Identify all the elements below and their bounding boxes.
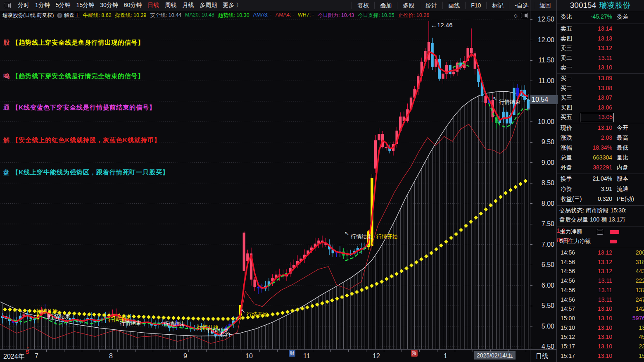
x-tick <box>330 350 331 352</box>
row-label: 卖五 <box>561 25 572 33</box>
panel-toggle-icon[interactable] <box>521 13 528 18</box>
x-tick <box>419 350 420 352</box>
period-tab[interactable]: 分时 <box>15 2 32 9</box>
row-value: 13.13 <box>581 35 612 42</box>
y-tick <box>530 19 532 20</box>
panel-separator <box>557 24 644 24</box>
period-tab[interactable]: 日线 <box>145 2 162 9</box>
strategy-note: 解 【安全线上的红色K线就持股，灰蓝色K线就持币】 <box>3 136 161 144</box>
chart-annotation: 行情结束 <box>119 320 141 326</box>
x-tick-label: 2024年 <box>3 352 25 361</box>
row-label: 涨幅 <box>561 144 572 152</box>
note-text: 【安全线上的红色K线就持股，灰蓝色K线就持币】 <box>12 136 161 143</box>
txn-price: 13.12 <box>581 249 612 256</box>
x-tick <box>135 350 135 352</box>
row-label-2: 最高 <box>617 134 628 142</box>
period-tab[interactable]: 30分钟 <box>97 2 121 9</box>
period-tab[interactable]: 15分钟 <box>74 2 97 9</box>
row-label-2: 委差 <box>617 13 628 21</box>
row-value: 2.03 <box>581 134 612 141</box>
ask-row: 卖三13.12 <box>557 44 644 53</box>
toolbar-action[interactable]: 复权 <box>352 2 374 9</box>
period-tab[interactable]: 多周期 <box>197 2 220 9</box>
txn-volume: 443 <box>619 268 644 274</box>
txn-time: 15:12 <box>561 333 575 340</box>
bid-row: 买五13.05 <box>557 113 644 122</box>
toolbar-action[interactable]: 统计 <box>420 2 442 9</box>
row-label: 买三 <box>561 94 572 102</box>
transaction-row: 15:1213.1045 <box>557 333 644 342</box>
indicator-value: 牛能线: 8.62 <box>83 12 112 19</box>
quote-row: 收益(三)0.320PE(动) <box>557 195 644 204</box>
row-label: 净资 <box>561 186 572 193</box>
quote-row: 涨跌2.03最高 <box>557 133 644 143</box>
operate-line <box>2 52 528 335</box>
split-window-icon[interactable] <box>4 3 11 8</box>
bid-row: 买四13.06 <box>557 103 644 113</box>
period-tab[interactable]: 1分钟 <box>32 2 53 9</box>
toolbar-action[interactable]: 画线 <box>442 2 465 9</box>
row-value: 382291 <box>581 164 612 171</box>
strategy-note: 通 【K线变蓝色下穿安全线是行情提前结束的信号】 <box>3 104 156 112</box>
flow-bar <box>610 230 619 234</box>
x-tick <box>348 350 349 352</box>
txn-volume: 13 <box>619 324 644 331</box>
txn-price: 13.12 <box>581 268 612 274</box>
y-tick-label: 6.50 <box>542 261 554 269</box>
row-value: 18.34% <box>581 144 612 151</box>
txn-price: 13.10 <box>581 315 612 322</box>
transaction-row: 15:1713.1015 <box>557 352 644 361</box>
txn-price: 13.11 <box>581 277 612 284</box>
row-label: 买四 <box>561 104 572 112</box>
y-tick-label: 11.50 <box>538 57 554 64</box>
toolbar-action[interactable]: F10 <box>465 2 486 9</box>
toolbar-action[interactable]: 多股 <box>397 2 420 9</box>
x-tick <box>82 350 82 352</box>
row-label: 委比 <box>561 13 572 21</box>
list-icon[interactable] <box>597 229 603 235</box>
transaction-row: 14:5613.11222 <box>557 276 644 286</box>
txn-time: 14:56 <box>561 249 575 256</box>
y-tick-label: 5.50 <box>542 302 554 310</box>
candlestick-chart[interactable]: ←12.46←4.71↖行情结束↖行情结束行情开始↖行情开始行情开始行情结束行情… <box>0 19 530 349</box>
period-tab[interactable]: 更多 〉 <box>220 2 245 9</box>
toolbar-action[interactable]: 标记 <box>486 2 509 9</box>
row-value: 663304 <box>581 154 612 161</box>
sell-signal-marker: ▲S <box>26 349 29 355</box>
period-tab[interactable]: 5分钟 <box>53 2 74 9</box>
period-tab[interactable]: 月线 <box>179 2 197 9</box>
quote-row: 涨幅18.34%最低 <box>557 143 644 153</box>
toolbar-action[interactable]: 返回 <box>534 2 556 9</box>
y-tick-label: 5.00 <box>542 323 554 330</box>
x-tick <box>224 350 224 352</box>
price-axis[interactable]: 12.5012.0011.5011.0010.5010.009.509.008.… <box>530 19 557 349</box>
row-label: 买一 <box>561 75 572 82</box>
x-tick <box>171 350 171 352</box>
circle-chevron-icon[interactable]: ∨ <box>57 13 62 18</box>
txn-volume: 247 <box>619 296 644 303</box>
row-label: 总量 <box>561 154 572 162</box>
surge-marker[interactable]: 涨 <box>411 350 418 357</box>
diamond-icon[interactable]: ◇ <box>513 12 518 19</box>
toolbar-action[interactable]: 叠加 <box>374 2 397 9</box>
transaction-row: 15:1013.1013 <box>557 324 644 333</box>
row-value: -45.27% <box>581 13 612 20</box>
transaction-row: 14:5613.12318 <box>557 258 644 267</box>
time-axis[interactable]: 2025/02/14/五 日线 2024年7891011121▲S财涨 <box>0 349 556 362</box>
stock-header: 300154 瑞凌股份 <box>556 0 644 11</box>
x-tick-label: 8 <box>109 352 113 360</box>
txn-time: 15:10 <box>561 324 575 331</box>
note-prefix: 鸣 <box>3 72 12 79</box>
period-tab[interactable]: 60分钟 <box>121 2 145 9</box>
row-value: 0.320 <box>581 195 612 202</box>
chart-annotation: 行情开始 <box>246 311 268 317</box>
report-marker[interactable]: 财 <box>289 350 295 357</box>
ask-row: 卖四13.13 <box>557 34 644 44</box>
selected-price-box[interactable]: 13.05 <box>580 113 614 122</box>
period-tab[interactable]: 周线 <box>162 2 179 9</box>
quote-row: 现价13.10今开 <box>557 124 644 133</box>
period-tabs: 分时1分钟5分钟15分钟30分钟60分钟日线周线月线多周期更多 〉 <box>15 2 245 9</box>
row-label: 外盘 <box>561 164 572 171</box>
row-value: 13.12 <box>581 45 612 51</box>
y-tick-label: 11.00 <box>538 77 554 85</box>
